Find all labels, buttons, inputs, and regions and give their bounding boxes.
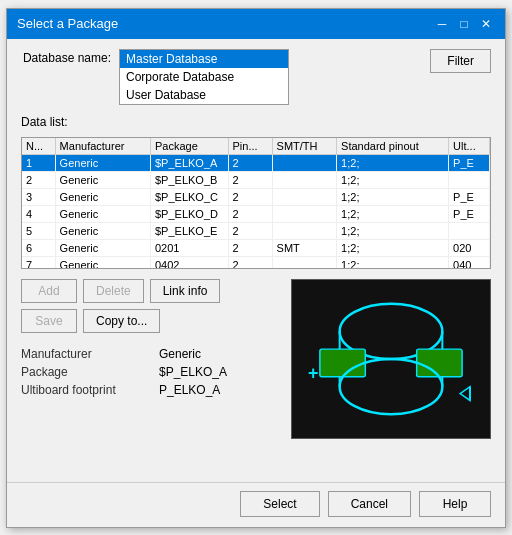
cell-2-4 (272, 188, 337, 205)
table-header-row: N... Manufacturer Package Pin... SMT/TH … (22, 138, 490, 155)
title-bar: Select a Package ─ □ ✕ (7, 9, 505, 39)
link-info-button[interactable]: Link info (150, 279, 221, 303)
cell-0-5: 1;2; (337, 154, 449, 171)
minimize-button[interactable]: ─ (433, 15, 451, 33)
database-list[interactable]: Master Database Corporate Database User … (119, 49, 289, 105)
dialog-body: Database name: Master Database Corporate… (7, 39, 505, 482)
col-ult: Ult... (449, 138, 490, 155)
cell-4-4 (272, 222, 337, 239)
table-row[interactable]: 2Generic$P_ELKO_B21;2; (22, 171, 490, 188)
manufacturer-value: Generic (159, 347, 201, 361)
delete-button[interactable]: Delete (83, 279, 144, 303)
data-table-container: N... Manufacturer Package Pin... SMT/TH … (21, 137, 491, 269)
cell-1-3: 2 (228, 171, 272, 188)
col-standard: Standard pinout (337, 138, 449, 155)
cell-0-6: P_E (449, 154, 490, 171)
cell-6-3: 2 (228, 256, 272, 268)
table-row[interactable]: 5Generic$P_ELKO_E21;2; (22, 222, 490, 239)
info-package-row: Package $P_ELKO_A (21, 365, 281, 379)
svg-rect-3 (417, 349, 462, 377)
cell-3-6: P_E (449, 205, 490, 222)
cell-5-0: 6 (22, 239, 55, 256)
data-table: N... Manufacturer Package Pin... SMT/TH … (22, 138, 490, 268)
db-option-user[interactable]: User Database (120, 86, 288, 104)
cell-0-0: 1 (22, 154, 55, 171)
cell-0-1: Generic (55, 154, 150, 171)
cell-6-2: 0402 (150, 256, 228, 268)
col-smt: SMT/TH (272, 138, 337, 155)
cell-1-5: 1;2; (337, 171, 449, 188)
cell-3-1: Generic (55, 205, 150, 222)
cell-2-1: Generic (55, 188, 150, 205)
cell-1-6 (449, 171, 490, 188)
filter-button[interactable]: Filter (430, 49, 491, 73)
component-preview: + (291, 279, 491, 439)
footprint-value: P_ELKO_A (159, 383, 220, 397)
table-row[interactable]: 6Generic02012SMT1;2;020 (22, 239, 490, 256)
left-panel: Add Delete Link info Save Copy to... Man… (21, 279, 281, 439)
table-row[interactable]: 3Generic$P_ELKO_C21;2;P_E (22, 188, 490, 205)
table-scroll[interactable]: N... Manufacturer Package Pin... SMT/TH … (22, 138, 490, 268)
action-buttons-row2: Save Copy to... (21, 309, 281, 333)
database-row: Database name: Master Database Corporate… (21, 49, 491, 105)
bottom-buttons: Select Cancel Help (7, 482, 505, 527)
cell-2-2: $P_ELKO_C (150, 188, 228, 205)
copy-to-button[interactable]: Copy to... (83, 309, 160, 333)
svg-text:+: + (308, 362, 318, 382)
col-package: Package (150, 138, 228, 155)
cell-6-6: 040 (449, 256, 490, 268)
cell-5-4: SMT (272, 239, 337, 256)
table-row[interactable]: 7Generic040221;2;040 (22, 256, 490, 268)
cancel-button[interactable]: Cancel (328, 491, 411, 517)
cell-6-1: Generic (55, 256, 150, 268)
add-button[interactable]: Add (21, 279, 77, 303)
cell-1-1: Generic (55, 171, 150, 188)
cell-5-6: 020 (449, 239, 490, 256)
maximize-button[interactable]: □ (455, 15, 473, 33)
cell-2-6: P_E (449, 188, 490, 205)
cell-4-5: 1;2; (337, 222, 449, 239)
db-option-corporate[interactable]: Corporate Database (120, 68, 288, 86)
package-label: Package (21, 365, 151, 379)
cell-4-1: Generic (55, 222, 150, 239)
cell-4-0: 5 (22, 222, 55, 239)
table-row[interactable]: 1Generic$P_ELKO_A21;2;P_E (22, 154, 490, 171)
col-manufacturer: Manufacturer (55, 138, 150, 155)
cell-0-3: 2 (228, 154, 272, 171)
cell-3-4 (272, 205, 337, 222)
db-option-master[interactable]: Master Database (120, 50, 288, 68)
close-button[interactable]: ✕ (477, 15, 495, 33)
action-buttons-row1: Add Delete Link info (21, 279, 281, 303)
select-button[interactable]: Select (240, 491, 319, 517)
package-value: $P_ELKO_A (159, 365, 227, 379)
help-button[interactable]: Help (419, 491, 491, 517)
cell-6-0: 7 (22, 256, 55, 268)
component-svg: + (292, 280, 490, 438)
info-block: Manufacturer Generic Package $P_ELKO_A U… (21, 347, 281, 397)
cell-6-5: 1;2; (337, 256, 449, 268)
table-row[interactable]: 4Generic$P_ELKO_D21;2;P_E (22, 205, 490, 222)
cell-1-0: 2 (22, 171, 55, 188)
cell-5-2: 0201 (150, 239, 228, 256)
save-button[interactable]: Save (21, 309, 77, 333)
data-list-label: Data list: (21, 115, 491, 129)
cell-5-3: 2 (228, 239, 272, 256)
cell-4-3: 2 (228, 222, 272, 239)
middle-section: Add Delete Link info Save Copy to... Man… (21, 279, 491, 439)
select-package-dialog: Select a Package ─ □ ✕ Database name: Ma… (6, 8, 506, 528)
cell-3-5: 1;2; (337, 205, 449, 222)
col-n: N... (22, 138, 55, 155)
cell-6-4 (272, 256, 337, 268)
db-name-label: Database name: (21, 49, 111, 65)
cell-2-3: 2 (228, 188, 272, 205)
cell-5-5: 1;2; (337, 239, 449, 256)
cell-4-6 (449, 222, 490, 239)
cell-1-2: $P_ELKO_B (150, 171, 228, 188)
cell-0-4 (272, 154, 337, 171)
cell-3-2: $P_ELKO_D (150, 205, 228, 222)
footprint-label: Ultiboard footprint (21, 383, 151, 397)
col-pin: Pin... (228, 138, 272, 155)
cell-5-1: Generic (55, 239, 150, 256)
cell-2-0: 3 (22, 188, 55, 205)
cell-2-5: 1;2; (337, 188, 449, 205)
